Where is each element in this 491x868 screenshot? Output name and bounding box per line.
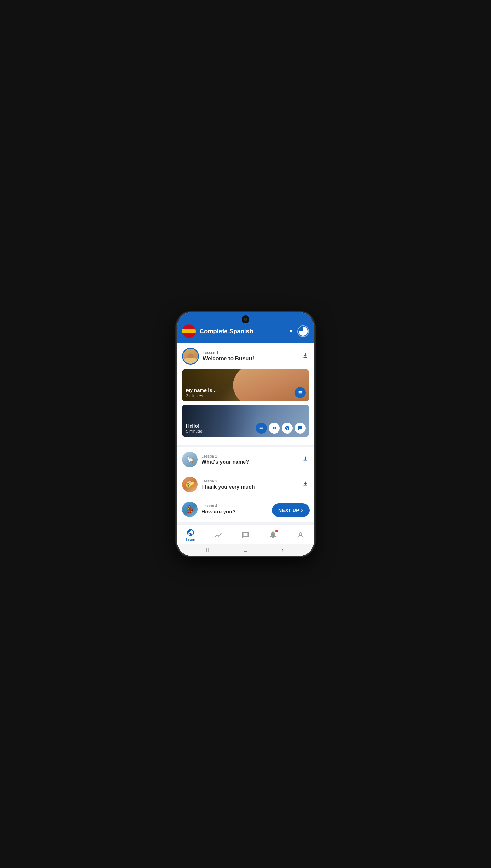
card-hello[interactable]: Hello! 5 minutes [182,405,309,437]
nav-chat[interactable] [232,531,259,539]
front-camera [244,318,247,321]
card1-vocab-button[interactable] [295,387,306,398]
lesson4-avatar: 💃 [182,501,198,517]
lesson3-avatar: 🌮 [182,477,198,492]
power-button[interactable] [314,358,315,374]
lessons-list: 🦙 Lesson 2 What's your name? [177,447,314,522]
lesson1-title: Welcome to Busuu! [203,355,298,362]
phone-screen: Complete Spanish ▼ Lesson 1 Welcome to B… [177,312,314,556]
lesson3-info: Lesson 3 Thank you very much [202,479,298,490]
llama-image: 🦙 [182,452,198,467]
back-button[interactable]: ‹ [279,546,286,553]
lesson2-info: Lesson 2 What's your name? [202,454,298,465]
next-up-button[interactable]: NEXT UP › [272,503,310,517]
lesson2-label: Lesson 2 [202,454,298,459]
lesson1-header: Lesson 1 Welcome to Busuu! [182,348,309,365]
card2-vocab-button[interactable] [256,423,267,434]
nav-notifications[interactable] [259,531,287,539]
person-icon [296,531,305,539]
notification-badge [275,530,278,532]
card2-duration: 5 minutes [186,429,203,434]
timer-fill [298,327,308,336]
course-title: Complete Spanish [200,328,286,335]
lesson2-title: What's your name? [202,459,298,465]
card1-duration: 3 minutes [186,394,217,398]
timer-button[interactable] [297,326,309,337]
chart-icon [214,531,222,539]
card2-quiz-button[interactable] [282,423,293,434]
lesson1-download-button[interactable] [302,352,309,361]
next-up-label: NEXT UP [279,508,299,513]
camera-notch [241,315,250,323]
recent-apps-button[interactable]: ||| [205,546,212,553]
lesson3-item[interactable]: 🌮 Lesson 3 Thank you very much [177,472,314,497]
content-scroll: Lesson 1 Welcome to Busuu! My name is… [177,343,314,525]
avatar-image [183,349,198,364]
lesson1-label: Lesson 1 [203,350,298,355]
nav-profile[interactable] [287,531,314,539]
lesson1-avatar [182,348,199,365]
lesson3-title: Thank you very much [202,484,298,490]
nav-learn[interactable]: Learn [177,528,204,541]
recent-icon: ||| [206,547,210,552]
lesson3-download-button[interactable] [302,480,309,489]
volume-down-button[interactable] [176,364,177,373]
card2-quote-button[interactable] [269,423,280,434]
card1-actions [295,387,306,398]
svg-point-0 [299,532,302,535]
lesson3-label: Lesson 3 [202,479,298,484]
chat-icon [241,531,250,539]
bottom-nav: Learn [177,525,314,544]
system-bar: ||| □ ‹ [177,544,314,556]
language-flag [182,324,196,338]
lesson1-info: Lesson 1 Welcome to Busuu! [203,350,298,362]
lesson1-section: Lesson 1 Welcome to Busuu! My name is… [177,343,314,445]
card2-chat-button[interactable] [295,423,306,434]
bell-icon [269,531,277,539]
card2-actions [256,423,306,434]
chevron-down-icon[interactable]: ▼ [289,329,293,334]
nav-learn-label: Learn [186,538,195,541]
home-button[interactable]: □ [242,546,249,553]
nav-progress[interactable] [204,531,232,539]
card1-content: My name is… 3 minutes [182,384,221,401]
next-up-chevron-icon: › [301,507,303,513]
bell-wrap [269,530,277,540]
tortas-image: 🌮 [182,477,198,492]
card2-title: Hello! [186,423,203,429]
globe-icon [186,528,195,537]
dance-image: 💃 [182,501,198,517]
card-my-name[interactable]: My name is… 3 minutes [182,369,309,401]
lesson2-item[interactable]: 🦙 Lesson 2 What's your name? [177,447,314,472]
home-icon: □ [244,547,248,553]
lesson2-avatar: 🦙 [182,452,198,467]
lesson4-item[interactable]: 💃 Lesson 4 How are you? [177,497,314,522]
volume-up-button[interactable] [176,351,177,360]
back-icon: ‹ [281,546,284,554]
card1-title: My name is… [186,388,217,393]
lesson2-download-button[interactable] [302,455,309,464]
phone-frame: Complete Spanish ▼ Lesson 1 Welcome to B… [176,311,315,557]
card2-content: Hello! 5 minutes [182,420,207,437]
